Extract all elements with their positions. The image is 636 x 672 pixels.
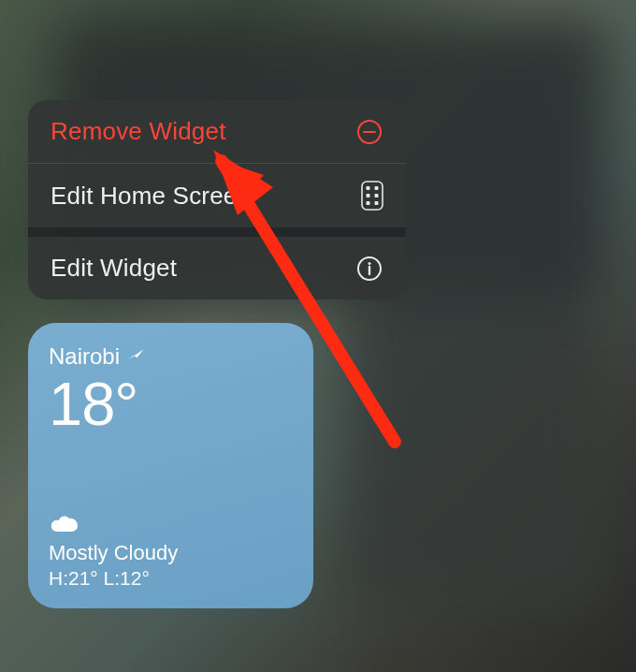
edit-widget-item[interactable]: Edit Widget — [28, 237, 406, 299]
info-icon — [355, 255, 383, 283]
weather-location: Nairobi — [49, 343, 120, 370]
edit-home-screen-item[interactable]: Edit Home Screen — [28, 163, 406, 227]
remove-widget-item[interactable]: Remove Widget — [28, 100, 406, 163]
apps-grid-icon — [361, 181, 383, 211]
location-arrow-icon — [127, 343, 144, 369]
weather-location-row: Nairobi — [49, 343, 293, 370]
remove-widget-label: Remove Widget — [51, 117, 226, 146]
svg-rect-3 — [367, 186, 370, 190]
svg-point-10 — [368, 261, 370, 264]
weather-bottom: Mostly Cloudy H:21° L:12° — [49, 513, 293, 590]
widget-context-menu: Remove Widget Edit Home Screen Edit Widg… — [28, 100, 406, 299]
weather-top: Nairobi 18° — [49, 343, 293, 434]
cloud-icon — [49, 513, 293, 537]
svg-rect-7 — [367, 201, 370, 205]
weather-condition: Mostly Cloudy — [49, 541, 293, 565]
svg-rect-8 — [375, 201, 379, 205]
weather-hi-lo: H:21° L:12° — [49, 567, 293, 590]
menu-separator — [28, 227, 406, 237]
svg-rect-2 — [362, 182, 383, 210]
weather-widget[interactable]: Nairobi 18° Mostly Cloudy H:21° L:12° — [28, 323, 313, 608]
svg-rect-4 — [375, 186, 379, 190]
edit-home-screen-label: Edit Home Screen — [51, 182, 251, 211]
svg-rect-5 — [367, 194, 370, 197]
remove-minus-icon — [355, 118, 383, 146]
edit-widget-label: Edit Widget — [51, 254, 177, 283]
weather-temperature: 18° — [49, 373, 293, 434]
svg-rect-6 — [375, 194, 379, 197]
